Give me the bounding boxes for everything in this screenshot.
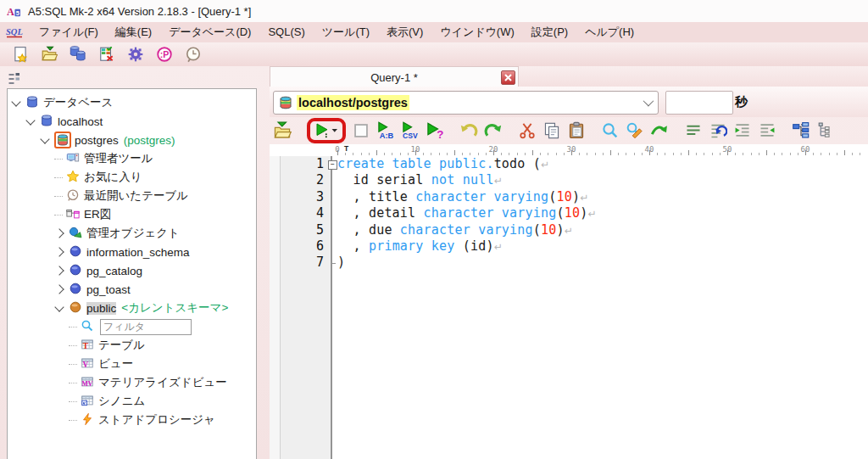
code-line-3[interactable]: , title character varying(10)↵: [270, 189, 868, 205]
chevron-down-icon[interactable]: [25, 115, 35, 125]
chevron-right-icon[interactable]: [54, 284, 64, 294]
outline-view-button[interactable]: [816, 121, 835, 140]
chevron-down-icon[interactable]: [40, 134, 49, 143]
chevron-down-icon[interactable]: [11, 97, 20, 106]
tree-item-ビュー[interactable]: Vビュー: [8, 355, 256, 373]
menu-item-1[interactable]: ファイル(F): [31, 22, 107, 42]
tree-item-label: ビュー: [98, 356, 133, 372]
tree-item-シノニム[interactable]: シノニム: [8, 392, 256, 411]
tree-item-label: 管理者ツール: [84, 151, 153, 166]
menu-item-3[interactable]: データベース(D): [160, 22, 259, 42]
resume-search-button[interactable]: [650, 121, 669, 140]
tree-filter-input[interactable]: [100, 319, 192, 335]
chevron-down-icon[interactable]: [643, 96, 654, 107]
code-segment: 10: [556, 189, 571, 204]
format-sql-button[interactable]: [709, 121, 727, 140]
run-explain-button[interactable]: ?: [426, 121, 444, 140]
menu-item-2[interactable]: 編集(E): [107, 22, 160, 42]
tree-item-管理者ツール[interactable]: 管理者ツール: [8, 149, 256, 168]
run-query-button-annotated[interactable]: [307, 118, 346, 143]
menu-item-4[interactable]: SQL(S): [259, 22, 313, 42]
code-segment: not null: [431, 172, 494, 188]
tree-item-テーブル[interactable]: Tテーブル: [8, 336, 256, 355]
code-line-1[interactable]: create table public.todo (↵: [270, 156, 868, 172]
ruler-number: 30: [562, 145, 581, 154]
svg-text::P: :P: [160, 49, 170, 59]
code-segment: ): [572, 189, 580, 204]
format-lines-button[interactable]: [684, 121, 703, 140]
code-line-5[interactable]: , due character varying(10)↵: [270, 222, 868, 238]
code-segment: , detail: [337, 205, 424, 221]
open-folder-icon: [41, 46, 58, 63]
new-document-button[interactable]: [12, 46, 29, 63]
tree-item-最近開いたテーブル[interactable]: 最近開いたテーブル: [8, 187, 256, 205]
settings-button[interactable]: [127, 46, 144, 63]
cut-icon: [518, 121, 537, 140]
chevron-right-icon[interactable]: [54, 228, 64, 238]
tree-item-管理オブジェクト[interactable]: 管理オブジェクト: [8, 224, 256, 243]
procedure-button[interactable]: :P: [156, 46, 173, 63]
find-button[interactable]: [601, 121, 620, 140]
tree-item-pg_toast[interactable]: pg_toast: [8, 280, 256, 299]
menu-item-7[interactable]: ウインドウ(W): [431, 22, 522, 42]
format-sql-icon: [709, 121, 727, 140]
paste-button[interactable]: [567, 121, 586, 140]
format-lines-icon: [684, 121, 703, 140]
fold-marker-icon[interactable]: −: [328, 160, 337, 170]
menu-item-6[interactable]: 表示(V): [378, 22, 431, 42]
tree-item-postgres[interactable]: postgres(postgres): [8, 131, 256, 149]
tree-item-localhost[interactable]: localhost: [8, 112, 256, 131]
tree-item-public[interactable]: public<カレントスキーマ>: [8, 299, 256, 317]
tree-item-マテリアライズドビュー[interactable]: MVマテリアライズドビュー: [8, 373, 256, 392]
tree-item-ER図[interactable]: ER図: [8, 205, 256, 224]
redo-button[interactable]: [484, 121, 503, 140]
open-file-button[interactable]: [41, 46, 58, 63]
sql-logo-icon[interactable]: SQL: [5, 25, 25, 39]
menu-item-8[interactable]: 設定(P): [523, 22, 576, 42]
tab-query-1[interactable]: Query-1 *: [270, 66, 519, 87]
ruler-number: 60: [796, 145, 815, 154]
chevron-right-icon[interactable]: [54, 247, 64, 256]
chevron-right-icon[interactable]: [54, 266, 64, 275]
undo-button[interactable]: [459, 121, 478, 140]
structure-view-button[interactable]: [792, 121, 810, 140]
tree-item-information_schema[interactable]: information_schema: [8, 243, 256, 261]
close-icon[interactable]: [501, 70, 515, 85]
code-line-2[interactable]: id serial not null↵: [270, 172, 868, 188]
run-ab-button[interactable]: A:B: [376, 121, 395, 140]
history-button[interactable]: [185, 46, 202, 63]
code-segment: ): [557, 222, 565, 238]
database-manage-button[interactable]: [98, 46, 115, 63]
copy-button[interactable]: [542, 121, 561, 140]
code-line-6[interactable]: , primary key (id)↵: [270, 238, 868, 255]
indent-button[interactable]: [733, 121, 752, 140]
tree-item-お気に入り[interactable]: お気に入り: [8, 168, 256, 187]
menu-item-9[interactable]: ヘルプ(H): [576, 22, 643, 42]
timer-field[interactable]: [665, 91, 733, 115]
code-text[interactable]: create table public.todo (↵ id serial no…: [270, 156, 868, 271]
run-csv-button[interactable]: CSV: [401, 121, 420, 140]
code-line-4[interactable]: , detail character varying(10)↵: [270, 205, 868, 221]
outdent-button[interactable]: [758, 121, 776, 140]
cut-button[interactable]: [518, 121, 537, 140]
tree-item-label: お気に入り: [84, 170, 142, 185]
tree-options-icon[interactable]: [7, 71, 22, 87]
databases-button[interactable]: [70, 46, 86, 63]
menu-item-5[interactable]: ツール(T): [314, 22, 378, 42]
tree-item-label: マテリアライズドビュー: [98, 375, 227, 390]
open-sql-file-button[interactable]: [273, 121, 292, 140]
tree-item-ストアドプロシージャ[interactable]: ストアドプロシージャ: [8, 411, 256, 429]
stop-query-button[interactable]: [352, 121, 370, 140]
menu-bar: SQL ファイル(F)編集(E)データベース(D)SQL(S)ツール(T)表示(…: [0, 22, 868, 42]
code-segment: character varying: [424, 205, 557, 221]
indent-icon: [733, 121, 752, 140]
tree-item-データベース[interactable]: データベース: [8, 93, 256, 112]
fold-line-end: [331, 263, 336, 264]
code-segment: todo (: [494, 156, 541, 171]
chevron-down-icon[interactable]: [54, 302, 64, 311]
connection-combobox[interactable]: localhost/postgres: [273, 91, 659, 115]
sql-code-area[interactable]: 1234567 create table public.todo (↵ id s…: [270, 156, 868, 459]
tree-item-pg_catalog[interactable]: pg_catalog: [8, 261, 256, 280]
replace-button[interactable]: [626, 121, 644, 140]
code-line-7[interactable]: ): [270, 255, 868, 271]
